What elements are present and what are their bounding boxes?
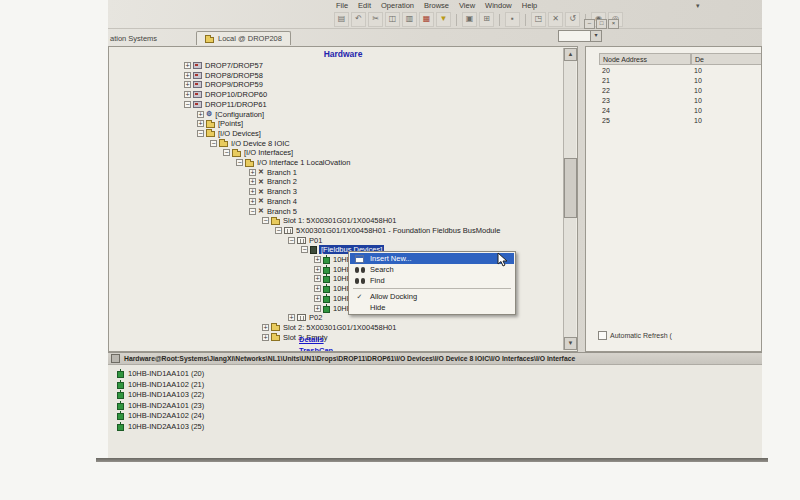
auto-refresh-checkbox[interactable] — [598, 331, 607, 340]
expand-minus-icon[interactable]: − — [249, 208, 256, 215]
menu-help[interactable]: Help — [522, 1, 537, 10]
tree-item[interactable]: +DROP9/DROP59 — [184, 80, 264, 89]
table-row[interactable]: 2410 — [599, 105, 762, 115]
expand-plus-icon[interactable]: + — [184, 62, 191, 69]
expand-plus-icon[interactable]: + — [184, 81, 191, 88]
list-item[interactable]: 10HB-IND1AA103 (22) — [117, 390, 204, 399]
tree-item[interactable]: +[Points] — [197, 119, 244, 128]
table-row[interactable]: 2510 — [599, 115, 762, 125]
column-header[interactable]: Node Address — [599, 53, 691, 65]
tab-local-drop208[interactable]: Local @ DROP208 — [196, 31, 291, 45]
list-item[interactable]: 10HB-IND1AA101 (20) — [117, 369, 204, 378]
expand-plus-icon[interactable]: + — [197, 111, 204, 118]
expand-plus-icon[interactable]: + — [288, 314, 295, 321]
expand-plus-icon[interactable]: + — [184, 91, 191, 98]
toolbar-paste-icon[interactable]: ▥ — [402, 12, 417, 27]
menu-file[interactable]: File — [336, 1, 348, 10]
toolbar-open-folder-icon[interactable]: ▣ — [462, 12, 477, 27]
list-item[interactable]: 10HB-IND2AA102 (24) — [117, 411, 204, 420]
tree-item[interactable]: −Slot 1: 5X00301G01/1X00458H01 — [262, 216, 397, 225]
expand-plus-icon[interactable]: + — [249, 188, 256, 195]
expand-minus-icon[interactable]: − — [262, 217, 269, 224]
toolbar-undo-icon[interactable]: ↶ — [351, 12, 366, 27]
list-item[interactable]: 10HB-IND2AA103 (25) — [117, 422, 204, 431]
expand-minus-icon[interactable]: − — [184, 101, 191, 108]
menu-operation[interactable]: Operation — [381, 1, 414, 10]
toolbar-print-icon[interactable]: ▤ — [334, 12, 349, 27]
expand-minus-icon[interactable]: − — [210, 140, 217, 147]
tree-item[interactable]: +✕Branch 1 — [249, 168, 298, 177]
table-row[interactable]: 2310 — [599, 95, 762, 105]
context-menu-item-hide[interactable]: Hide — [350, 302, 514, 313]
tree-item[interactable]: +P02 — [288, 313, 323, 322]
toolbar-colors-icon[interactable]: ▦ — [419, 12, 434, 27]
tree-item[interactable]: +⚙[Configuration] — [197, 110, 265, 119]
toolbar-select-icon[interactable]: ◳ — [531, 12, 546, 27]
context-menu-item-allow-docking[interactable]: ✓Allow Docking — [350, 291, 514, 302]
table-row[interactable]: 2210 — [599, 85, 762, 95]
restore-icon[interactable]: □ — [596, 19, 607, 29]
toolbar-copy-icon[interactable]: ◫ — [385, 12, 400, 27]
tree-item[interactable]: −[I/O Interfaces] — [223, 148, 294, 157]
tree-item[interactable]: −I/O Interface 1 LocalOvation — [236, 158, 351, 167]
expand-plus-icon[interactable]: + — [249, 169, 256, 176]
expand-plus-icon[interactable]: + — [262, 334, 269, 341]
menu-edit[interactable]: Edit — [358, 1, 371, 10]
toolbar-import-icon[interactable]: ⊞ — [479, 12, 494, 27]
menu-browse[interactable]: Browse — [424, 1, 449, 10]
context-menu-item-search[interactable]: Search — [350, 264, 514, 275]
tree-item[interactable]: +DROP7/DROP57 — [184, 61, 264, 70]
expand-plus-icon[interactable]: + — [184, 72, 191, 79]
toolbar-overflow-arrow-icon[interactable]: ▾ — [696, 2, 700, 10]
toolbar-delete-icon[interactable]: ✕ — [548, 12, 563, 27]
menu-window[interactable]: Window — [485, 1, 512, 10]
toolbar-refresh-icon[interactable]: ↺ — [565, 12, 580, 27]
link-details[interactable]: Details — [299, 335, 324, 344]
expand-plus-icon[interactable]: + — [314, 275, 321, 282]
tree-item[interactable]: +✕Branch 2 — [249, 177, 298, 186]
expand-minus-icon[interactable]: − — [223, 149, 230, 156]
toolbar-cut-icon[interactable]: ✂ — [368, 12, 383, 27]
expand-minus-icon[interactable]: − — [236, 159, 243, 166]
tree-item[interactable]: −DROP11/DROP61 — [184, 100, 268, 109]
expand-minus-icon[interactable]: − — [288, 237, 295, 244]
expand-minus-icon[interactable]: − — [301, 246, 308, 253]
tree-item[interactable]: −5X00301G01/1X00458H01 - Foundation Fiel… — [275, 226, 501, 235]
column-header[interactable]: De — [691, 53, 762, 65]
scrollbar-thumb[interactable] — [564, 158, 577, 218]
tree-item[interactable]: +✕Branch 4 — [249, 197, 298, 206]
auto-refresh-option[interactable]: Automatic Refresh ( — [598, 331, 672, 340]
tree-item[interactable]: +Slot 2: 5X00301G01/1X00458H01 — [262, 323, 397, 332]
tree-item[interactable]: −✕Branch 5 — [249, 207, 298, 216]
tree-scrollbar[interactable]: ▲ ▼ — [563, 48, 576, 350]
expand-plus-icon[interactable]: + — [314, 285, 321, 292]
expand-minus-icon[interactable]: − — [275, 227, 282, 234]
menu-view[interactable]: View — [459, 1, 475, 10]
expand-plus-icon[interactable]: + — [197, 120, 204, 127]
expand-plus-icon[interactable]: + — [314, 256, 321, 263]
tree-item[interactable]: +✕Branch 3 — [249, 187, 298, 196]
tree-item[interactable]: −I/O Device 8 IOIC — [210, 139, 291, 148]
expand-plus-icon[interactable]: + — [262, 324, 269, 331]
expand-plus-icon[interactable]: + — [314, 266, 321, 273]
expand-plus-icon[interactable]: + — [314, 295, 321, 302]
tree-item[interactable]: −[I/O Devices] — [197, 129, 262, 138]
list-item[interactable]: 10HB-IND1AA102 (21) — [117, 380, 204, 389]
toolbar-camera-icon[interactable]: ▪ — [505, 12, 520, 27]
minimize-icon[interactable]: – — [584, 19, 595, 29]
tree-item[interactable]: −P01 — [288, 236, 323, 245]
context-menu-item-find[interactable]: Find — [350, 275, 514, 286]
expand-minus-icon[interactable]: − — [197, 130, 204, 137]
toolbar-filter-icon[interactable]: ▼ — [436, 12, 451, 27]
close-icon[interactable]: × — [608, 19, 619, 29]
expand-plus-icon[interactable]: + — [314, 305, 321, 312]
table-row[interactable]: 2110 — [599, 75, 762, 85]
tree-item[interactable]: +DROP10/DROP60 — [184, 90, 268, 99]
table-row[interactable]: 2010 — [599, 65, 762, 75]
scroll-down-icon[interactable]: ▼ — [564, 337, 577, 350]
expand-plus-icon[interactable]: + — [249, 178, 256, 185]
context-menu-item-insert-new[interactable]: Insert New... — [350, 253, 514, 264]
tree-item[interactable]: +DROP8/DROP58 — [184, 71, 264, 80]
expand-plus-icon[interactable]: + — [249, 198, 256, 205]
list-item[interactable]: 10HB-IND2AA101 (23) — [117, 401, 204, 410]
